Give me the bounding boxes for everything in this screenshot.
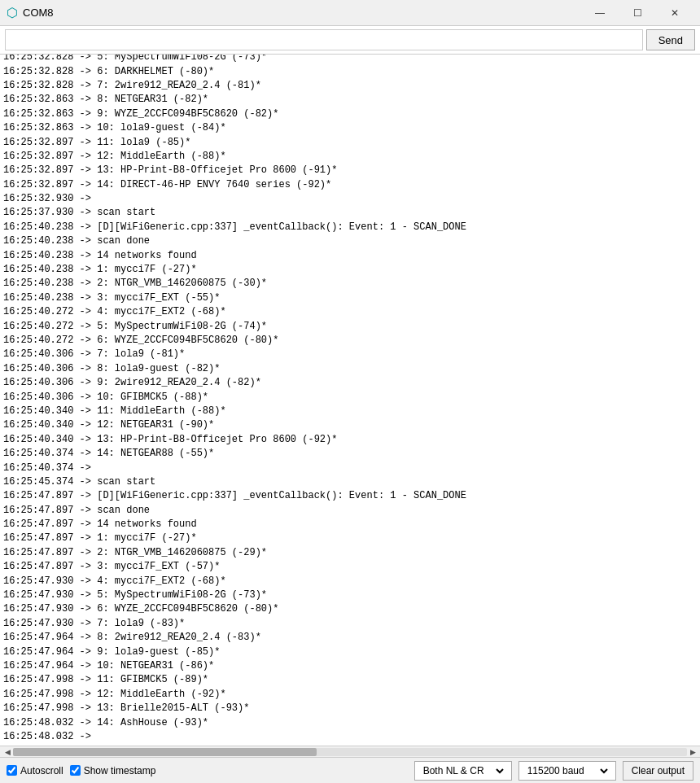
status-bar: Autoscroll Show timestamp No line ending… [0, 757, 700, 783]
autoscroll-checkbox-label[interactable]: Autoscroll [7, 765, 63, 776]
input-bar: Send [0, 26, 700, 55]
hscroll-left-arrow[interactable]: ◀ [2, 746, 13, 758]
baud-rate-select[interactable]: 300 baud 1200 baud 2400 baud 4800 baud 9… [524, 764, 610, 777]
autoscroll-label: Autoscroll [20, 765, 63, 776]
hscroll-thumb[interactable] [13, 748, 317, 756]
app-icon: ⬡ [7, 5, 18, 20]
title-bar: ⬡ COM8 — ☐ ✕ [0, 0, 700, 26]
baud-rate-dropdown[interactable]: 300 baud 1200 baud 2400 baud 4800 baud 9… [518, 761, 616, 781]
clear-output-button[interactable]: Clear output [623, 761, 693, 781]
hscroll-track[interactable] [13, 748, 687, 756]
maximize-button[interactable]: ☐ [619, 0, 656, 26]
show-timestamp-label: Show timestamp [84, 765, 156, 776]
minimize-button[interactable]: — [581, 0, 619, 26]
show-timestamp-checkbox[interactable] [70, 765, 81, 776]
horizontal-scrollbar[interactable]: ◀ ▶ [0, 746, 700, 757]
show-timestamp-checkbox-label[interactable]: Show timestamp [70, 765, 156, 776]
serial-input[interactable] [5, 29, 643, 50]
line-ending-select[interactable]: No line ending Newline Carriage return B… [420, 764, 506, 777]
line-ending-dropdown[interactable]: No line ending Newline Carriage return B… [414, 761, 512, 781]
hscroll-right-arrow[interactable]: ▶ [687, 746, 698, 758]
serial-output[interactable]: 16:25:32.794 -> 2: NTGR_VMB_1462060875 (… [0, 55, 700, 746]
send-button[interactable]: Send [646, 29, 695, 50]
close-button[interactable]: ✕ [656, 0, 693, 26]
title-text: COM8 [23, 7, 54, 19]
output-container: 16:25:32.794 -> 2: NTGR_VMB_1462060875 (… [0, 55, 700, 757]
autoscroll-checkbox[interactable] [7, 765, 17, 776]
